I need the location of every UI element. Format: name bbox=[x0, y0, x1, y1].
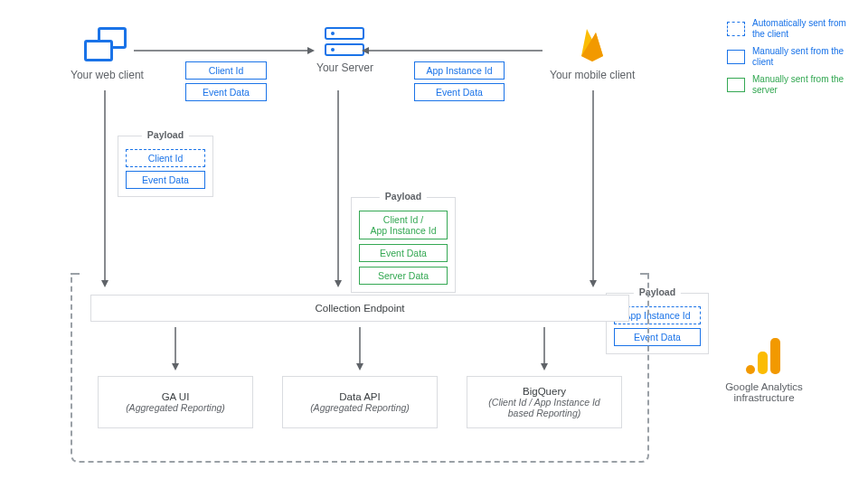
arrow-to-bigquery bbox=[539, 327, 550, 371]
collection-endpoint-label: Collection Endpoint bbox=[315, 303, 404, 314]
chip-client-id: Client Id bbox=[185, 61, 267, 80]
report-data-api: Data API (Aggregated Reporting) bbox=[282, 376, 438, 428]
chips-web-to-server: Client Id Event Data bbox=[185, 61, 267, 101]
node-mobile-client: Your mobile client bbox=[550, 23, 635, 81]
ga-logo-block: Google Analytics infrastructure bbox=[705, 338, 823, 403]
legend: Automatically sent from the client Manua… bbox=[727, 18, 852, 95]
arrow-web-to-server bbox=[134, 45, 315, 56]
chips-mobile-to-server: App Instance Id Event Data bbox=[414, 61, 505, 101]
arrow-to-ga-ui bbox=[170, 327, 181, 371]
chip-event-data: Event Data bbox=[414, 83, 505, 101]
chip-app-instance-id: App Instance Id bbox=[414, 61, 505, 80]
svg-marker-1 bbox=[307, 47, 315, 54]
svg-marker-15 bbox=[541, 363, 548, 371]
arrow-to-data-api bbox=[354, 327, 365, 371]
arrow-mobile-to-server bbox=[362, 45, 542, 56]
node-web-client: Your web client bbox=[71, 27, 144, 81]
report-title: BigQuery bbox=[476, 386, 612, 397]
chip-client-or-app-id: Client Id / App Instance Id bbox=[359, 211, 448, 239]
arrow-server-down bbox=[333, 90, 344, 287]
payload-title: Payload bbox=[380, 191, 427, 202]
chip-event-data: Event Data bbox=[126, 171, 205, 189]
payload-title: Payload bbox=[142, 129, 189, 140]
chip-event-data: Event Data bbox=[185, 83, 267, 101]
legend-item-manual-server: Manually sent from the server bbox=[727, 74, 852, 95]
arrow-web-down bbox=[99, 90, 110, 287]
legend-label: Automatically sent from the client bbox=[752, 18, 852, 39]
chip-event-data: Event Data bbox=[359, 244, 448, 262]
bracket-tick bbox=[640, 273, 649, 275]
server-icon bbox=[325, 27, 364, 56]
bracket-tick bbox=[71, 273, 80, 275]
firebase-icon bbox=[574, 23, 610, 65]
svg-marker-11 bbox=[172, 363, 179, 371]
node-label: Your Server bbox=[316, 61, 373, 74]
report-title: GA UI bbox=[108, 391, 243, 402]
web-client-icon bbox=[84, 27, 129, 63]
report-subtitle: (Client Id / App Instance Id based Repor… bbox=[476, 397, 612, 418]
report-bigquery: BigQuery (Client Id / App Instance Id ba… bbox=[467, 376, 622, 428]
legend-swatch bbox=[727, 50, 745, 64]
legend-swatch bbox=[727, 78, 745, 92]
svg-marker-3 bbox=[362, 47, 369, 54]
payload-web: Payload Client Id Event Data bbox=[118, 136, 213, 197]
legend-item-auto-client: Automatically sent from the client bbox=[727, 18, 852, 39]
collection-endpoint: Collection Endpoint bbox=[90, 295, 629, 322]
legend-label: Manually sent from the server bbox=[752, 74, 852, 95]
report-ga-ui: GA UI (Aggregated Reporting) bbox=[98, 376, 253, 428]
report-title: Data API bbox=[292, 391, 428, 402]
arrow-mobile-down bbox=[588, 90, 599, 287]
report-subtitle: (Aggregated Reporting) bbox=[108, 402, 243, 413]
legend-swatch bbox=[727, 22, 745, 36]
chip-client-id: Client Id bbox=[126, 149, 205, 167]
node-label: Your web client bbox=[71, 69, 144, 81]
svg-marker-13 bbox=[356, 363, 363, 371]
legend-label: Manually sent from the client bbox=[752, 46, 852, 67]
infra-label: Google Analytics infrastructure bbox=[705, 381, 823, 403]
report-subtitle: (Aggregated Reporting) bbox=[292, 402, 428, 413]
legend-item-manual-client: Manually sent from the client bbox=[727, 46, 852, 67]
google-analytics-icon bbox=[746, 338, 782, 374]
node-label: Your mobile client bbox=[550, 69, 635, 81]
